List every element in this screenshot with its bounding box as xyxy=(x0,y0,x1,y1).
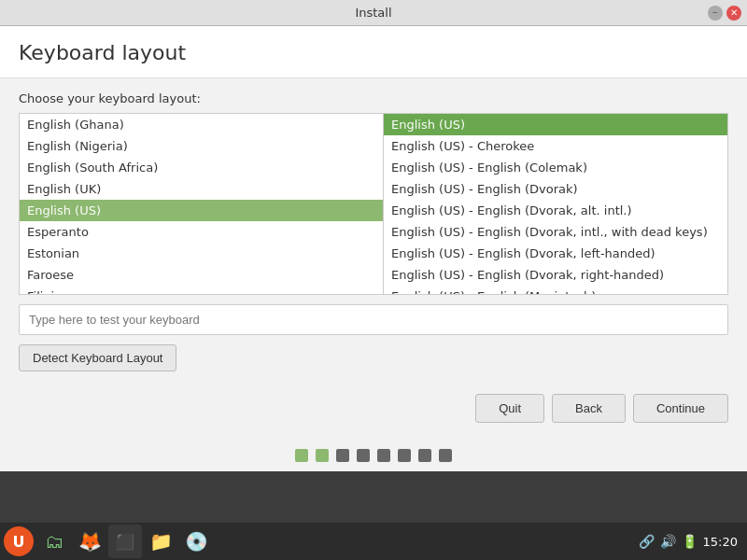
variant-list-item[interactable]: English (US) xyxy=(384,114,727,135)
clock: 15:20 xyxy=(703,535,738,549)
close-button[interactable]: ✕ xyxy=(726,6,741,21)
battery-icon[interactable]: 🔋 xyxy=(682,534,698,549)
variant-list-item[interactable]: English (US) - English (Macintosh) xyxy=(384,286,727,294)
quit-button[interactable]: Quit xyxy=(475,394,544,423)
install-window: Keyboard layout Choose your keyboard lay… xyxy=(0,26,747,471)
variant-list-item[interactable]: English (US) - English (Dvorak, alt. int… xyxy=(384,200,727,221)
ubuntu-icon[interactable]: U xyxy=(2,525,35,558)
titlebar-title: Install xyxy=(355,6,391,20)
variant-list-item[interactable]: English (US) - English (Dvorak, left-han… xyxy=(384,243,727,264)
variant-list[interactable]: English (US)English (US) - CherokeeEngli… xyxy=(384,114,727,294)
back-button[interactable]: Back xyxy=(552,394,626,423)
detect-keyboard-button[interactable]: Detect Keyboard Layout xyxy=(19,344,176,371)
variant-list-item[interactable]: English (US) - English (Dvorak, right-ha… xyxy=(384,264,727,286)
keyboard-test-input[interactable] xyxy=(19,304,728,335)
install-header: Keyboard layout xyxy=(0,26,747,78)
variant-list-item[interactable]: English (US) - English (Dvorak) xyxy=(384,178,727,200)
taskbar: U 🗂 🦊 ⬛ 📁 💿 🔗 🔊 🔋 15:20 xyxy=(0,523,747,560)
progress-dot-6 xyxy=(398,449,411,462)
firefox-icon[interactable]: 🦊 xyxy=(73,525,106,558)
choose-label: Choose your keyboard layout: xyxy=(19,91,728,105)
disk-icon[interactable]: 💿 xyxy=(179,525,213,558)
files-icon[interactable]: 🗂 xyxy=(37,525,71,558)
folder-icon[interactable]: 📁 xyxy=(144,525,177,558)
variant-list-item[interactable]: English (US) - English (Dvorak, intl., w… xyxy=(384,221,727,243)
network-icon[interactable]: 🔗 xyxy=(639,534,655,549)
taskbar-right: 🔗 🔊 🔋 15:20 xyxy=(639,534,747,549)
progress-dot-7 xyxy=(418,449,431,462)
progress-dots xyxy=(0,436,747,471)
minimize-button[interactable]: − xyxy=(708,6,723,21)
language-list-item[interactable]: English (UK) xyxy=(20,178,383,200)
language-list-item[interactable]: Filipino xyxy=(20,286,383,294)
keyboard-layout-lists: English (Ghana)English (Nigeria)English … xyxy=(19,113,728,295)
variant-list-item[interactable]: English (US) - English (Colemak) xyxy=(384,157,727,178)
variant-list-item[interactable]: English (US) - Cherokee xyxy=(384,135,727,157)
progress-dot-1 xyxy=(295,449,308,462)
volume-icon[interactable]: 🔊 xyxy=(660,534,676,549)
language-list-item[interactable]: Estonian xyxy=(20,243,383,264)
language-list-item[interactable]: Esperanto xyxy=(20,221,383,243)
language-list-item[interactable]: Faroese xyxy=(20,264,383,286)
progress-dot-4 xyxy=(357,449,370,462)
page-title: Keyboard layout xyxy=(19,41,728,64)
taskbar-left: U 🗂 🦊 ⬛ 📁 💿 xyxy=(0,525,213,558)
install-content: Choose your keyboard layout: English (Gh… xyxy=(0,78,747,381)
titlebar: Install − ✕ xyxy=(0,0,747,26)
install-footer: Quit Back Continue xyxy=(0,381,747,436)
progress-dot-2 xyxy=(316,449,329,462)
language-list-item[interactable]: English (US) xyxy=(20,200,383,221)
language-list-item[interactable]: English (Nigeria) xyxy=(20,135,383,157)
progress-dot-5 xyxy=(377,449,390,462)
language-list-item[interactable]: English (Ghana) xyxy=(20,114,383,135)
progress-dot-3 xyxy=(336,449,349,462)
titlebar-controls: − ✕ xyxy=(708,6,741,21)
progress-dot-8 xyxy=(439,449,452,462)
continue-button[interactable]: Continue xyxy=(633,394,728,423)
language-list[interactable]: English (Ghana)English (Nigeria)English … xyxy=(20,114,384,294)
language-list-item[interactable]: English (South Africa) xyxy=(20,157,383,178)
terminal-icon[interactable]: ⬛ xyxy=(108,525,142,558)
